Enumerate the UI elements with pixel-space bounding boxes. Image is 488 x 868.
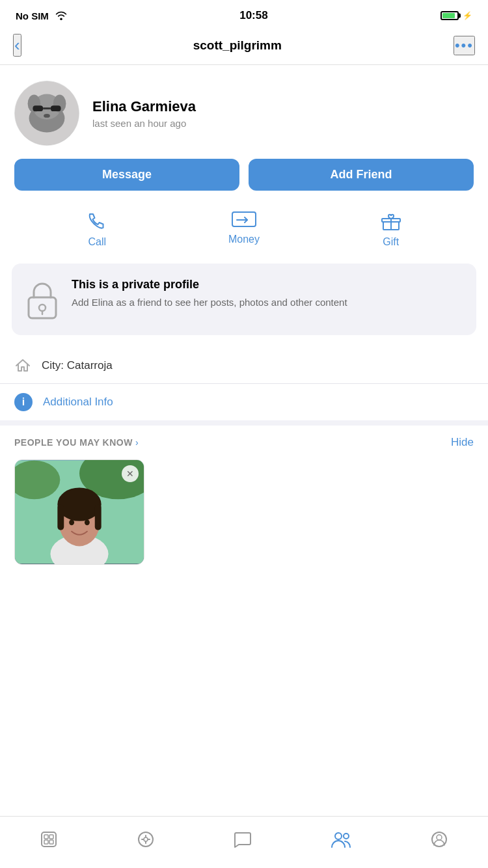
carrier-text: No SIM <box>16 10 49 21</box>
svg-rect-29 <box>49 840 53 844</box>
status-right: ⚡ <box>441 11 472 20</box>
pymk-hide-button[interactable]: Hide <box>451 436 474 449</box>
svg-rect-27 <box>49 835 53 839</box>
pymk-title: PEOPLE YOU MAY KNOW <box>14 437 133 448</box>
gift-label: Gift <box>383 236 399 248</box>
person-card-close-button[interactable]: ✕ <box>122 465 139 482</box>
svg-rect-21 <box>57 504 64 530</box>
home-icon <box>14 357 31 374</box>
gift-action[interactable]: Gift <box>380 210 402 248</box>
messages-nav-icon <box>234 830 252 848</box>
private-card-content: This is a private profile Add Elina as a… <box>72 278 347 309</box>
nav-friends[interactable] <box>324 826 358 852</box>
back-button[interactable]: ‹ <box>13 34 21 57</box>
svg-point-20 <box>57 487 101 521</box>
avatar <box>14 81 79 146</box>
money-label: Money <box>228 234 260 245</box>
status-carrier: No SIM <box>16 10 67 21</box>
svg-rect-7 <box>43 107 51 109</box>
nav-home[interactable] <box>33 826 64 852</box>
lock-icon <box>25 279 60 321</box>
private-card-title: This is a private profile <box>72 278 347 292</box>
action-buttons: Message Add Friend <box>0 159 488 204</box>
discover-nav-icon <box>137 830 155 848</box>
call-label: Call <box>88 236 107 248</box>
person-card: ✕ <box>14 459 144 565</box>
additional-info-row[interactable]: i Additional Info <box>0 384 488 420</box>
gift-icon <box>380 210 402 232</box>
pymk-header: PEOPLE YOU MAY KNOW › Hide <box>0 426 488 457</box>
section-divider <box>0 420 488 426</box>
profile-info: Elina Garmieva last seen an hour ago <box>92 98 474 129</box>
svg-point-33 <box>344 834 349 839</box>
dog-avatar-image <box>15 81 79 146</box>
header: ‹ scott_pilgrimm ••• <box>0 29 488 65</box>
svg-rect-22 <box>95 504 102 530</box>
info-circle-icon: i <box>22 396 25 408</box>
city-info-row: City: Catarroja <box>0 348 488 383</box>
svg-rect-28 <box>44 840 48 844</box>
add-friend-button[interactable]: Add Friend <box>249 159 474 191</box>
friends-nav-icon <box>331 830 351 848</box>
profile-status: last seen an hour ago <box>92 118 474 129</box>
more-button[interactable]: ••• <box>454 36 475 55</box>
money-action[interactable]: Money <box>228 210 260 248</box>
svg-rect-5 <box>33 105 43 111</box>
profile-nav-icon <box>430 830 448 848</box>
wifi-icon <box>55 11 67 20</box>
call-icon <box>86 210 108 232</box>
svg-point-13 <box>39 305 46 311</box>
home-nav-icon <box>40 830 58 848</box>
svg-rect-6 <box>51 105 61 111</box>
private-card-description: Add Elina as a friend to see her posts, … <box>72 295 347 309</box>
profile-section: Elina Garmieva last seen an hour ago <box>0 65 488 159</box>
city-text: City: Catarroja <box>42 359 113 372</box>
bolt-icon: ⚡ <box>463 11 472 20</box>
icon-actions: Call Money Gift <box>0 204 488 261</box>
nav-profile[interactable] <box>424 826 455 852</box>
svg-point-32 <box>335 833 342 839</box>
svg-point-24 <box>85 519 90 525</box>
bottom-navigation <box>0 816 488 868</box>
status-bar: No SIM 10:58 ⚡ <box>0 0 488 29</box>
pymk-title-container: PEOPLE YOU MAY KNOW › <box>14 437 139 448</box>
nav-messages[interactable] <box>227 826 258 852</box>
profile-name: Elina Garmieva <box>92 98 474 115</box>
status-time: 10:58 <box>239 9 267 22</box>
svg-point-8 <box>44 114 50 118</box>
svg-point-30 <box>139 832 153 847</box>
person-cards-container: ✕ <box>0 457 488 567</box>
call-action[interactable]: Call <box>86 210 108 248</box>
svg-point-23 <box>69 519 74 525</box>
svg-rect-26 <box>44 835 48 839</box>
svg-point-35 <box>437 835 442 840</box>
money-icon <box>232 210 256 230</box>
svg-rect-25 <box>42 832 56 847</box>
pymk-chevron-icon[interactable]: › <box>135 437 139 448</box>
header-title: scott_pilgrimm <box>193 38 282 53</box>
message-button[interactable]: Message <box>14 159 239 191</box>
private-profile-card: This is a private profile Add Elina as a… <box>12 264 476 335</box>
additional-info-link[interactable]: Additional Info <box>43 396 113 409</box>
svg-point-31 <box>144 837 148 841</box>
nav-discover[interactable] <box>130 826 161 852</box>
battery-icon <box>441 11 459 20</box>
